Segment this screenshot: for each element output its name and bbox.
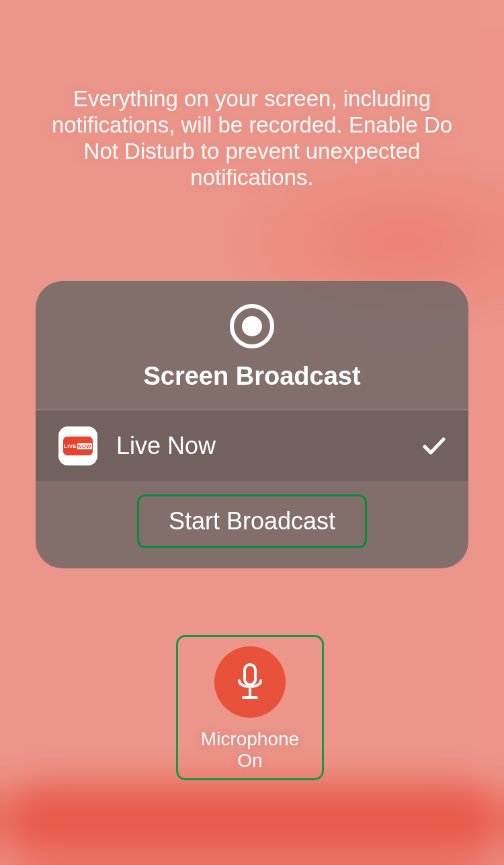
microphone-label-line1: Microphone [201, 728, 299, 749]
start-broadcast-button[interactable]: Start Broadcast [137, 494, 367, 548]
panel-header: Screen Broadcast [36, 281, 468, 410]
microphone-label-line2: On [237, 750, 262, 771]
recording-disclaimer: Everything on your screen, including not… [40, 86, 464, 191]
microphone-toggle[interactable]: Microphone On [176, 635, 324, 780]
panel-title: Screen Broadcast [143, 362, 360, 391]
app-icon-live-text: LIVE [64, 443, 77, 449]
panel-footer: Start Broadcast [36, 482, 468, 568]
broadcast-target-row[interactable]: LIVENOW Live Now [36, 410, 468, 482]
app-name-label: Live Now [116, 432, 423, 460]
microphone-status-label: Microphone On [201, 728, 299, 772]
app-icon-now-text: NOW [77, 443, 92, 449]
screen-broadcast-panel: Screen Broadcast LIVENOW Live Now Start … [36, 281, 468, 568]
checkmark-icon [423, 431, 446, 461]
record-icon [230, 304, 274, 348]
app-icon: LIVENOW [58, 426, 97, 465]
svg-rect-0 [245, 665, 255, 685]
microphone-icon [214, 646, 286, 718]
